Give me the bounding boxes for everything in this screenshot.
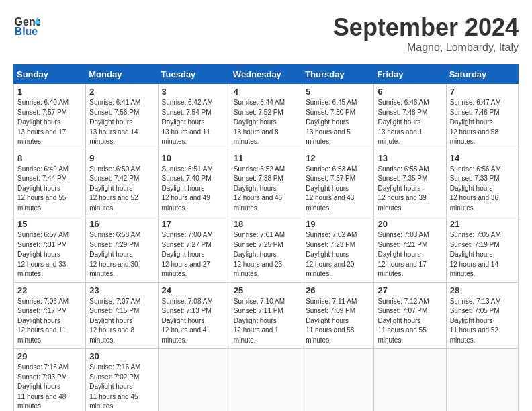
day-info: Sunrise: 7:12 AM Sunset: 7:07 PM Dayligh… — [378, 297, 442, 346]
day-info: Sunrise: 6:56 AM Sunset: 7:33 PM Dayligh… — [450, 165, 515, 214]
day-number: 1 — [17, 87, 82, 97]
day-number: 15 — [17, 219, 82, 229]
day-info: Sunrise: 6:45 AM Sunset: 7:50 PM Dayligh… — [306, 98, 370, 147]
calendar-day-23: 23 Sunrise: 7:07 AM Sunset: 7:15 PM Dayl… — [86, 282, 158, 349]
day-number: 19 — [306, 219, 370, 229]
day-number: 6 — [378, 87, 442, 97]
page-header: General Blue September 2024 Magno, Lomba… — [13, 13, 519, 54]
location-title: Magno, Lombardy, Italy — [333, 42, 519, 54]
day-info: Sunrise: 6:52 AM Sunset: 7:38 PM Dayligh… — [234, 165, 298, 214]
day-number: 22 — [17, 285, 82, 295]
day-info: Sunrise: 7:10 AM Sunset: 7:11 PM Dayligh… — [234, 297, 298, 346]
weekday-header-sunday: Sunday — [14, 65, 86, 84]
day-number: 30 — [89, 351, 154, 361]
day-number: 18 — [234, 219, 298, 229]
calendar-week-2: 15 Sunrise: 6:57 AM Sunset: 7:31 PM Dayl… — [14, 216, 519, 283]
title-block: September 2024 Magno, Lombardy, Italy — [333, 13, 519, 54]
day-number: 9 — [89, 153, 154, 163]
calendar-day-26: 26 Sunrise: 7:11 AM Sunset: 7:09 PM Dayl… — [302, 282, 374, 349]
day-number: 25 — [234, 285, 298, 295]
calendar-day-12: 12 Sunrise: 6:53 AM Sunset: 7:37 PM Dayl… — [302, 150, 374, 216]
calendar-day-2: 2 Sunrise: 6:41 AM Sunset: 7:56 PM Dayli… — [86, 84, 158, 150]
day-number: 20 — [378, 219, 442, 229]
calendar-day-3: 3 Sunrise: 6:42 AM Sunset: 7:54 PM Dayli… — [158, 84, 230, 150]
day-info: Sunrise: 7:07 AM Sunset: 7:15 PM Dayligh… — [89, 297, 154, 346]
day-info: Sunrise: 6:47 AM Sunset: 7:46 PM Dayligh… — [450, 98, 515, 147]
day-info: Sunrise: 7:02 AM Sunset: 7:23 PM Dayligh… — [306, 230, 370, 279]
calendar-day-empty — [446, 349, 518, 412]
day-info: Sunrise: 7:06 AM Sunset: 7:17 PM Dayligh… — [17, 297, 82, 346]
calendar-day-6: 6 Sunrise: 6:46 AM Sunset: 7:48 PM Dayli… — [374, 84, 446, 150]
calendar-day-28: 28 Sunrise: 7:13 AM Sunset: 7:05 PM Dayl… — [446, 282, 518, 349]
calendar-day-29: 29 Sunrise: 7:15 AM Sunset: 7:03 PM Dayl… — [14, 349, 86, 412]
logo-icon: General Blue — [13, 13, 40, 40]
day-info: Sunrise: 6:41 AM Sunset: 7:56 PM Dayligh… — [89, 98, 154, 147]
calendar-day-22: 22 Sunrise: 7:06 AM Sunset: 7:17 PM Dayl… — [14, 282, 86, 349]
calendar-day-4: 4 Sunrise: 6:44 AM Sunset: 7:52 PM Dayli… — [230, 84, 302, 150]
day-number: 23 — [89, 285, 154, 295]
calendar-day-18: 18 Sunrise: 7:01 AM Sunset: 7:25 PM Dayl… — [230, 216, 302, 283]
day-info: Sunrise: 6:42 AM Sunset: 7:54 PM Dayligh… — [162, 98, 226, 147]
calendar-day-27: 27 Sunrise: 7:12 AM Sunset: 7:07 PM Dayl… — [374, 282, 446, 349]
day-info: Sunrise: 7:03 AM Sunset: 7:21 PM Dayligh… — [378, 230, 442, 279]
calendar-week-0: 1 Sunrise: 6:40 AM Sunset: 7:57 PM Dayli… — [14, 84, 519, 150]
day-info: Sunrise: 7:08 AM Sunset: 7:13 PM Dayligh… — [162, 297, 226, 346]
day-number: 3 — [162, 87, 226, 97]
day-info: Sunrise: 7:16 AM Sunset: 7:02 PM Dayligh… — [89, 363, 154, 411]
calendar-day-13: 13 Sunrise: 6:55 AM Sunset: 7:35 PM Dayl… — [374, 150, 446, 216]
calendar-day-8: 8 Sunrise: 6:49 AM Sunset: 7:44 PM Dayli… — [14, 150, 86, 216]
calendar-week-3: 22 Sunrise: 7:06 AM Sunset: 7:17 PM Dayl… — [14, 282, 519, 349]
calendar-day-empty — [158, 349, 230, 412]
day-info: Sunrise: 6:49 AM Sunset: 7:44 PM Dayligh… — [17, 165, 82, 214]
day-info: Sunrise: 6:55 AM Sunset: 7:35 PM Dayligh… — [378, 165, 442, 214]
logo: General Blue — [13, 13, 40, 40]
calendar-day-1: 1 Sunrise: 6:40 AM Sunset: 7:57 PM Dayli… — [14, 84, 86, 150]
day-number: 17 — [162, 219, 226, 229]
calendar-day-empty — [374, 349, 446, 412]
day-info: Sunrise: 7:15 AM Sunset: 7:03 PM Dayligh… — [17, 363, 82, 411]
calendar-day-5: 5 Sunrise: 6:45 AM Sunset: 7:50 PM Dayli… — [302, 84, 374, 150]
day-number: 14 — [450, 153, 515, 163]
calendar-day-empty — [302, 349, 374, 412]
calendar-day-15: 15 Sunrise: 6:57 AM Sunset: 7:31 PM Dayl… — [14, 216, 86, 283]
day-number: 21 — [450, 219, 515, 229]
day-number: 27 — [378, 285, 442, 295]
day-info: Sunrise: 6:58 AM Sunset: 7:29 PM Dayligh… — [89, 230, 154, 279]
day-info: Sunrise: 6:57 AM Sunset: 7:31 PM Dayligh… — [17, 230, 82, 279]
calendar-day-7: 7 Sunrise: 6:47 AM Sunset: 7:46 PM Dayli… — [446, 84, 518, 150]
calendar-day-21: 21 Sunrise: 7:05 AM Sunset: 7:19 PM Dayl… — [446, 216, 518, 283]
calendar-day-25: 25 Sunrise: 7:10 AM Sunset: 7:11 PM Dayl… — [230, 282, 302, 349]
day-info: Sunrise: 6:44 AM Sunset: 7:52 PM Dayligh… — [234, 98, 298, 147]
day-info: Sunrise: 7:05 AM Sunset: 7:19 PM Dayligh… — [450, 230, 515, 279]
calendar-day-16: 16 Sunrise: 6:58 AM Sunset: 7:29 PM Dayl… — [86, 216, 158, 283]
day-number: 11 — [234, 153, 298, 163]
calendar-day-10: 10 Sunrise: 6:51 AM Sunset: 7:40 PM Dayl… — [158, 150, 230, 216]
calendar-week-1: 8 Sunrise: 6:49 AM Sunset: 7:44 PM Dayli… — [14, 150, 519, 216]
day-info: Sunrise: 7:13 AM Sunset: 7:05 PM Dayligh… — [450, 297, 515, 346]
day-number: 10 — [162, 153, 226, 163]
day-info: Sunrise: 7:01 AM Sunset: 7:25 PM Dayligh… — [234, 230, 298, 279]
day-info: Sunrise: 6:46 AM Sunset: 7:48 PM Dayligh… — [378, 98, 442, 147]
calendar-day-14: 14 Sunrise: 6:56 AM Sunset: 7:33 PM Dayl… — [446, 150, 518, 216]
weekday-header-tuesday: Tuesday — [158, 65, 230, 84]
day-number: 12 — [306, 153, 370, 163]
day-number: 5 — [306, 87, 370, 97]
calendar-week-4: 29 Sunrise: 7:15 AM Sunset: 7:03 PM Dayl… — [14, 349, 519, 412]
day-info: Sunrise: 7:00 AM Sunset: 7:27 PM Dayligh… — [162, 230, 226, 279]
day-number: 7 — [450, 87, 515, 97]
day-number: 4 — [234, 87, 298, 97]
calendar-day-11: 11 Sunrise: 6:52 AM Sunset: 7:38 PM Dayl… — [230, 150, 302, 216]
day-number: 29 — [17, 351, 82, 361]
calendar-day-9: 9 Sunrise: 6:50 AM Sunset: 7:42 PM Dayli… — [86, 150, 158, 216]
day-number: 2 — [89, 87, 154, 97]
day-info: Sunrise: 6:50 AM Sunset: 7:42 PM Dayligh… — [89, 165, 154, 214]
day-info: Sunrise: 7:11 AM Sunset: 7:09 PM Dayligh… — [306, 297, 370, 346]
weekday-header-friday: Friday — [374, 65, 446, 84]
day-number: 8 — [17, 153, 82, 163]
day-info: Sunrise: 6:51 AM Sunset: 7:40 PM Dayligh… — [162, 165, 226, 214]
weekday-header-thursday: Thursday — [302, 65, 374, 84]
svg-text:Blue: Blue — [15, 26, 38, 37]
day-number: 26 — [306, 285, 370, 295]
calendar-day-30: 30 Sunrise: 7:16 AM Sunset: 7:02 PM Dayl… — [86, 349, 158, 412]
day-number: 13 — [378, 153, 442, 163]
